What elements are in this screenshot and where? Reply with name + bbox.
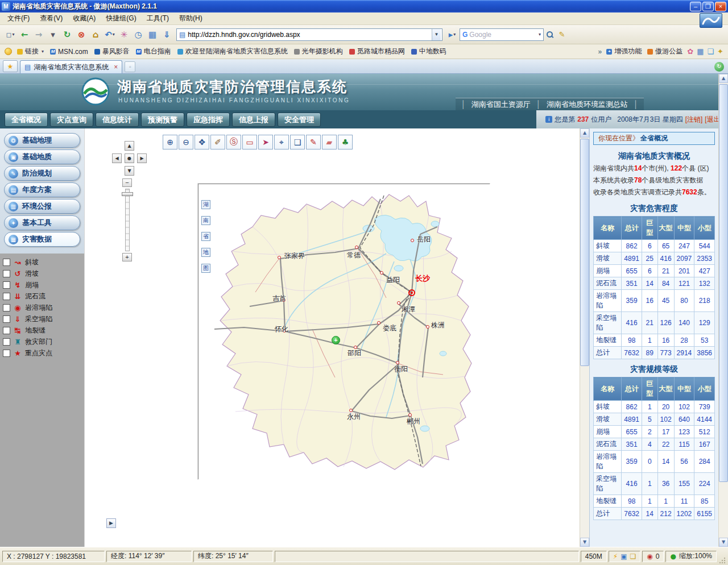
- layer-checkbox[interactable]: [3, 270, 10, 277]
- frame-scrollbar[interactable]: ▲ ▼: [580, 128, 589, 547]
- menu-item[interactable]: 帮助(H): [174, 13, 208, 24]
- layer-tree-tool[interactable]: ♣: [338, 135, 353, 149]
- menu-item[interactable]: 快捷组(G): [101, 13, 141, 24]
- links-right-item[interactable]: +增强功能: [606, 47, 642, 56]
- menu-item[interactable]: 工具(T): [142, 13, 174, 24]
- search-engine-caret-icon[interactable]: ▾: [539, 32, 541, 37]
- nav-tab-3[interactable]: 信息统计: [96, 113, 139, 127]
- go-button[interactable]: ▸▾: [445, 27, 459, 42]
- nav-tab-4[interactable]: 预测预警: [141, 113, 184, 127]
- full-extent-tool[interactable]: Ⓢ: [226, 135, 241, 149]
- map-layer-button-3[interactable]: 省: [201, 232, 210, 241]
- links-item[interactable]: 中地数码: [411, 47, 446, 56]
- sidebar-button-1[interactable]: ❂基础地理: [4, 133, 80, 148]
- snap-button[interactable]: ▦: [146, 27, 159, 42]
- links-item[interactable]: 欢迎登陆湖南省地质灾害信息系统: [177, 47, 288, 56]
- stop-button[interactable]: ⊗: [75, 27, 88, 42]
- search-button[interactable]: [544, 28, 556, 41]
- undo-button[interactable]: ↶▾: [103, 27, 117, 42]
- links-item[interactable]: 光年摄影机构: [294, 47, 343, 56]
- address-dropdown-icon[interactable]: ▼: [432, 29, 441, 40]
- layer-checkbox[interactable]: [3, 315, 10, 323]
- map-layer-button-1[interactable]: 湖: [201, 200, 210, 209]
- banner-link-land-resources[interactable]: 湖南省国土资源厅: [471, 99, 531, 110]
- select-rect-tool[interactable]: ▭: [242, 135, 257, 149]
- home-button[interactable]: ⌂: [89, 27, 102, 42]
- pan-center-button[interactable]: ●: [125, 153, 134, 163]
- download-button[interactable]: ⇓: [160, 27, 173, 42]
- gps-locate-icon[interactable]: +: [332, 336, 340, 344]
- nav-tab-6[interactable]: 信息上报: [232, 113, 275, 127]
- menu-item[interactable]: 文件(F): [2, 13, 35, 24]
- sidebar-button-6[interactable]: ✦基本工具: [4, 215, 80, 230]
- scroll-up-icon[interactable]: ▲: [580, 128, 589, 138]
- zoom-in-tool[interactable]: ⊕: [163, 135, 177, 149]
- logout-link[interactable]: [注销]: [685, 115, 703, 124]
- minimize-button[interactable]: –: [690, 2, 701, 11]
- skin-icon[interactable]: ✿: [687, 47, 693, 56]
- zoom-control[interactable]: ●缩放:100%: [665, 551, 717, 562]
- layer-checkbox[interactable]: [3, 338, 10, 346]
- measure-tool[interactable]: ✐: [210, 135, 225, 149]
- panel-icon[interactable]: ▦: [697, 47, 704, 56]
- gift-icon[interactable]: ✦: [717, 47, 723, 56]
- clear-tool[interactable]: ▰: [322, 135, 337, 149]
- map-hscroll-right-button[interactable]: ▶: [106, 518, 116, 528]
- new-page-button[interactable]: ▫▾: [3, 27, 17, 42]
- pan-tool[interactable]: ✥: [195, 135, 209, 149]
- history-timer-button[interactable]: ◷: [131, 27, 145, 42]
- sidebar-button-7[interactable]: ▦灾害数据: [4, 232, 80, 247]
- links-overflow-chevron[interactable]: »: [598, 48, 602, 56]
- forward-button[interactable]: →: [32, 27, 46, 42]
- search-box[interactable]: G Google ▾: [460, 28, 544, 41]
- sidebar-button-5[interactable]: ▥环境公报: [4, 199, 80, 214]
- links-item[interactable]: 链接▾: [17, 47, 44, 56]
- layer-checkbox[interactable]: [3, 304, 10, 311]
- identify-tool[interactable]: ⌖: [274, 135, 289, 149]
- favorites-ball-icon[interactable]: [5, 48, 12, 55]
- popup-blocker[interactable]: ◉0: [642, 551, 664, 562]
- scroll-down-icon[interactable]: ▼: [580, 538, 589, 547]
- links-right-item[interactable]: 傲游公益: [647, 47, 682, 56]
- history-dropdown-button[interactable]: ▾: [46, 27, 60, 42]
- zoom-in-step-button[interactable]: +: [122, 253, 132, 261]
- zoom-out-step-button[interactable]: −: [122, 178, 132, 187]
- zoom-window-tool[interactable]: ❑: [290, 135, 305, 149]
- tab-close-icon[interactable]: ×: [114, 63, 118, 71]
- scrollbar-thumb[interactable]: [719, 84, 728, 482]
- layer-checkbox[interactable]: [3, 327, 10, 334]
- tab-active[interactable]: ▤ 湖南省地质灾害信息系统 ×: [20, 60, 122, 73]
- layer-checkbox[interactable]: [3, 259, 10, 266]
- back-button[interactable]: ←: [18, 27, 31, 42]
- map-canvas[interactable]: 湖南省地图 张家界常德岳阳益阳长沙吉首湘潭株洲怀化娄底邵阳衡阳永州郴州 +: [198, 184, 490, 479]
- map-layer-button-2[interactable]: 南: [201, 216, 210, 225]
- pan-east-button[interactable]: ▶: [137, 153, 147, 163]
- scroll-up-icon[interactable]: ▲: [719, 74, 728, 83]
- sidebar-button-2[interactable]: ▣基础地质: [4, 149, 80, 164]
- pan-north-button[interactable]: ▲: [125, 141, 134, 151]
- sidebar-button-3[interactable]: ✎防治规划: [4, 166, 80, 181]
- pan-west-button[interactable]: ◀: [112, 153, 122, 163]
- nav-tab-2[interactable]: 灾点查询: [50, 113, 93, 127]
- mark-point-tool[interactable]: ✎: [306, 135, 321, 149]
- new-tab-button[interactable]: ▫: [125, 61, 135, 72]
- menu-item[interactable]: 收藏(A): [68, 13, 101, 24]
- nav-tab-5[interactable]: 应急指挥: [187, 113, 230, 127]
- nav-tab-1[interactable]: 全省概况: [5, 113, 48, 127]
- pan-south-button[interactable]: ▼: [125, 166, 134, 176]
- close-button[interactable]: ×: [715, 2, 726, 11]
- sidebar-button-4[interactable]: ▤年度方案: [4, 182, 80, 197]
- nav-tab-7[interactable]: 安全管理: [278, 113, 321, 127]
- maximize-button[interactable]: ❐: [702, 2, 714, 11]
- layer-checkbox[interactable]: [3, 281, 10, 289]
- refresh-all-icon[interactable]: ↻: [714, 62, 724, 72]
- layer-checkbox[interactable]: [3, 350, 10, 357]
- highlight-button[interactable]: ✎: [556, 28, 568, 41]
- links-item[interactable]: M电台指南: [136, 47, 171, 56]
- banner-link-geo-monitoring[interactable]: 湖南省地质环境监测总站: [547, 99, 628, 110]
- resize-grip[interactable]: [718, 556, 726, 564]
- feed-icon[interactable]: ❏: [707, 47, 714, 56]
- favorites-panel-button[interactable]: ★: [3, 60, 18, 72]
- map-layer-button-4[interactable]: 地: [201, 248, 210, 257]
- external-tools-button[interactable]: ✳: [117, 27, 131, 42]
